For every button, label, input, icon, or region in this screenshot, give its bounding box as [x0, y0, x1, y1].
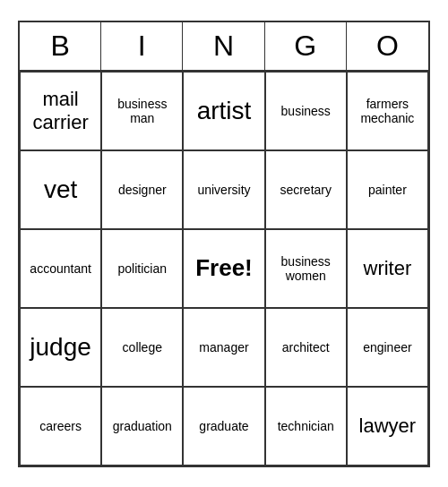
header-letter-G: G: [265, 22, 347, 70]
header-letter-N: N: [183, 22, 264, 70]
bingo-card: BINGO mail carrierbusiness manartistbusi…: [18, 21, 430, 467]
cell-r0-c3: business: [265, 72, 347, 150]
header-letter-B: B: [20, 22, 101, 70]
cell-r0-c1: business man: [101, 72, 183, 150]
cell-r2-c4: writer: [347, 229, 428, 308]
cell-r3-c1: college: [101, 308, 183, 387]
cell-r2-c2: Free!: [183, 229, 264, 308]
cell-r0-c0: mail carrier: [20, 72, 101, 150]
cell-r1-c4: painter: [347, 150, 428, 229]
cell-r4-c2: graduate: [183, 387, 264, 466]
cell-r0-c2: artist: [183, 72, 264, 150]
cell-r0-c4: farmers mechanic: [347, 72, 428, 150]
bingo-header: BINGO: [20, 22, 428, 72]
cell-r1-c3: secretary: [265, 150, 347, 229]
cell-r3-c0: judge: [20, 308, 101, 387]
header-letter-I: I: [101, 22, 183, 70]
cell-r1-c2: university: [183, 150, 264, 229]
cell-r3-c2: manager: [183, 308, 264, 387]
cell-r1-c1: designer: [101, 150, 183, 229]
cell-r2-c0: accountant: [20, 229, 101, 308]
cell-r3-c3: architect: [265, 308, 347, 387]
cell-r4-c0: careers: [20, 387, 101, 466]
cell-r4-c4: lawyer: [347, 387, 428, 466]
cell-r1-c0: vet: [20, 150, 101, 229]
cell-r2-c3: business women: [265, 229, 347, 308]
cell-r3-c4: engineer: [347, 308, 428, 387]
bingo-grid: mail carrierbusiness manartistbusinessfa…: [20, 72, 428, 466]
cell-r2-c1: politician: [101, 229, 183, 308]
cell-r4-c3: technician: [265, 387, 347, 466]
cell-r4-c1: graduation: [101, 387, 183, 466]
header-letter-O: O: [347, 22, 428, 70]
